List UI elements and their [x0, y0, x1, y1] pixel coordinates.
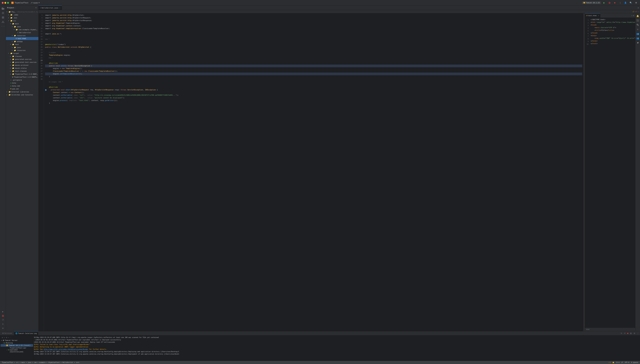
tree-item-resources[interactable]: ▼ 📁 resources	[6, 34, 38, 37]
scroll-indicator[interactable]	[583, 13, 585, 331]
tree-item-package[interactable]: ▼ 📁 com.example.thymeleaftest	[6, 28, 38, 31]
clear-log-button[interactable]: 🗑	[629, 332, 632, 335]
stop-server-button[interactable]: ■	[627, 332, 629, 335]
settings-button[interactable]: ⚙	[634, 1, 638, 4]
sidebar-item-project[interactable]	[1, 6, 5, 11]
tree-item-maven-status[interactable]: ▶ 📁 maven-status	[6, 67, 38, 70]
sidebar-item-settings2[interactable]: ⚙	[1, 326, 5, 330]
error-count-badge[interactable]: ✕ 1	[635, 11, 637, 12]
tab-services[interactable]: 🖥 Services	[1, 331, 14, 335]
tab-helloservlet[interactable]: C HelloServlet.java ×	[39, 6, 62, 10]
log-more-button[interactable]: ⋮	[636, 332, 639, 335]
svc-item-tomcat-local[interactable]: ▼ 🐱 Tomcat 10.1.23 [local]	[1, 344, 33, 347]
svc-add[interactable]: +	[8, 336, 9, 338]
status-line-ending[interactable]: LF	[621, 362, 624, 363]
tree-item-mvnwcmd[interactable]: ▶ m mvnw.cmd	[6, 84, 38, 87]
tree-item-test-resources[interactable]: ▶ 📁 resources	[6, 49, 38, 52]
tree-item-webapp[interactable]: ▶ 📁 webapp	[6, 40, 38, 43]
sidebar-item-vcs[interactable]	[1, 11, 5, 15]
right-tab-testhtml[interactable]: H test.html ×	[585, 13, 600, 18]
sidebar-item-info[interactable]: ℹ	[1, 322, 5, 326]
right-icon-more[interactable]: 👥	[636, 32, 640, 36]
tree-item-snapshot2[interactable]: ▶ W ThymeleafTest-1.0-SNAPSHOT.war	[6, 76, 38, 78]
right-icon-terminal[interactable]: ⬛	[636, 18, 640, 22]
sidebar-item-more[interactable]: ···	[1, 24, 5, 28]
svc-settings[interactable]: ⚙	[6, 336, 8, 338]
tree-item-gen-sources[interactable]: ▶ 📁 generated-sources	[6, 58, 38, 61]
sidebar-item-plugins[interactable]	[1, 16, 5, 20]
close-window-button[interactable]	[2, 2, 4, 4]
stop-button[interactable]: ■	[613, 1, 617, 4]
tree-item-test-classes[interactable]: ▶ 📁 test-classes	[6, 70, 38, 72]
tree-item-mvnw[interactable]: ▶ m mvnw	[6, 82, 38, 84]
tree-item-testhtml[interactable]: ▶ H test.html	[6, 37, 38, 40]
minimize-window-button[interactable]	[5, 2, 6, 4]
status-indent[interactable]: 4 spaces	[630, 362, 639, 363]
run-button[interactable]: ▶	[602, 1, 606, 4]
tree-item-ext-libs[interactable]: ▶ 📁 External Libraries	[6, 90, 38, 93]
sidebar-item-structure[interactable]	[1, 20, 5, 24]
tree-item-java-dir[interactable]: ▼ 📁 java	[6, 25, 38, 28]
status-warnings[interactable]: ⚠ 2	[608, 362, 611, 363]
maximize-window-button[interactable]	[7, 2, 9, 4]
right-icon-notifications[interactable]: 🔔	[636, 14, 640, 18]
code-area[interactable]: import jakarta.servlet.http.HttpServlet;…	[44, 13, 583, 331]
slf4j-link[interactable]: http://www.slf4j.org/codes.html#StaticLo…	[44, 348, 88, 350]
tree-item-snapshot1[interactable]: ▶ 📁 ThymeleafTest-1.0-SNAPSHOT	[6, 72, 38, 76]
tree-item-target[interactable]: ▼ 📁 target	[6, 52, 38, 55]
tree-item-pomxml[interactable]: ▶ M pom.xml	[6, 87, 38, 90]
right-tab-close-button[interactable]: ×	[598, 15, 599, 16]
tree-item-src[interactable]: ▼ 📁 src	[6, 19, 38, 22]
sidebar-item-profiler[interactable]: ⏱	[1, 318, 5, 322]
tree-item-gitignore[interactable]: ▶ ◎ .gitignore	[6, 78, 38, 82]
account-button[interactable]: 👤	[623, 1, 627, 4]
right-icon-settings3[interactable]: ⚙	[636, 27, 640, 32]
tree-item-idea[interactable]: ▶ 📁 .idea	[6, 13, 38, 16]
tree-root[interactable]: ▼ 📁 ThymeleafTest ~/Desktop/CS/JavaEE/1.…	[6, 10, 38, 13]
right-code-content[interactable]: <!DOCTYPE html> <html lang="en" xmlns:th…	[589, 18, 635, 328]
code-editor[interactable]: 5 6 7 8 9 10 11 12 13 16 17 18 20	[39, 13, 585, 331]
folder-icon: 📁	[12, 73, 14, 75]
status-encoding[interactable]: UTF-8	[624, 362, 630, 363]
search-everywhere-button[interactable]: 🔍	[629, 1, 633, 4]
editor-settings-icon[interactable]: ⚙	[638, 7, 639, 9]
tree-item-main[interactable]: ▼ 📁 main	[6, 22, 38, 25]
tree-item-maven-archiver[interactable]: ▶ 📁 maven-archiver	[6, 64, 38, 67]
right-icon-more2[interactable]: 👥	[636, 36, 640, 40]
refresh-log-button[interactable]: ↻	[620, 332, 623, 335]
sidebar-item-debug[interactable]: 🐞	[1, 314, 5, 318]
svc-filter[interactable]: ▽	[4, 336, 5, 338]
tree-item-mvn[interactable]: ▶ 📁 .mvn	[6, 16, 38, 19]
tree-item-test-java[interactable]: ▶ 📁 java	[6, 46, 38, 49]
right-footer-lang: html	[586, 328, 590, 330]
inspection-chevron[interactable]: ▾	[638, 11, 639, 12]
breadcrumb[interactable]: ThymeleafTest > src > main > java > com …	[1, 362, 80, 363]
tree-item-scratches[interactable]: ▶ 📁 Scratches and Consoles	[6, 93, 38, 96]
tree-item-classes[interactable]: ▶ 📁 classes	[6, 55, 38, 58]
restart-button[interactable]: ↺	[623, 332, 626, 335]
tree-item-helloservlet[interactable]: ▶ C HelloServlet	[6, 31, 38, 34]
branch-selector[interactable]: ⎇ master ▾	[30, 2, 41, 4]
tree-item-test[interactable]: ▼ 📁 test	[6, 43, 38, 46]
warning-count-badge[interactable]: ⚠ 2	[632, 11, 634, 12]
project-tree[interactable]: ▼ 📁 ThymeleafTest ~/Desktop/CS/JavaEE/1.…	[6, 10, 38, 331]
svc-collapse-all[interactable]: ⊟	[2, 336, 3, 338]
right-panel-settings-icon[interactable]: ⚙	[633, 14, 634, 16]
status-position[interactable]: 23:6	[615, 362, 620, 363]
tab-close-button[interactable]: ×	[60, 7, 60, 9]
right-icon-m[interactable]: m	[636, 40, 640, 45]
more-actions-button[interactable]: ⋮	[618, 1, 622, 4]
tree-item-gen-test-sources[interactable]: ▶ 📁 generated-test-sources	[6, 61, 38, 64]
status-notification[interactable]: 🔔	[612, 362, 615, 363]
svc-more[interactable]: ⋮	[10, 336, 12, 338]
right-icon-plugins2[interactable]: 🔌	[636, 23, 640, 27]
log-panel[interactable]: 10-May-2024 01:34:47,608 INFO (http-thr-…	[33, 336, 639, 360]
svc-item-running[interactable]: ▼ ▶ Running	[1, 342, 33, 344]
panel-settings-icon[interactable]: ⚙	[35, 7, 37, 9]
sidebar-item-run[interactable]: ▶	[1, 310, 5, 314]
tab-tomcat-log[interactable]: 🌐 Tomcat Catalina Log	[14, 331, 38, 335]
svc-item-war-deploy[interactable]: ✓ W ThymeleafTest:war exploded [Synchron…	[1, 347, 33, 353]
log-settings-button[interactable]: ⚙	[633, 332, 636, 335]
svc-item-tomcat-server[interactable]: ▼ 🖥 Tomcat Server	[1, 339, 33, 342]
debug-button[interactable]: 🐞	[607, 1, 611, 4]
